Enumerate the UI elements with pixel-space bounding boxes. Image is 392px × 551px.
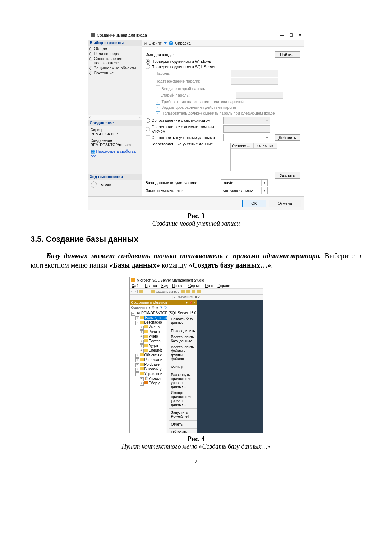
expand-icon[interactable]: + <box>140 326 144 330</box>
remove-button[interactable]: Удалить <box>275 172 300 179</box>
ctx-filter[interactable]: Фильтр <box>167 364 197 370</box>
expand-icon[interactable]: + <box>135 316 139 320</box>
default-lang-dropdown[interactable]: <по умолчанию>▾ <box>221 187 268 194</box>
menu-window[interactable]: Окно <box>205 284 213 288</box>
ctx-restore-files[interactable]: Восстановить файлы и группы файлов... <box>167 344 197 362</box>
security-node[interactable]: Безопасно <box>144 320 162 324</box>
menu-service[interactable]: Сервис <box>188 284 200 288</box>
ctx-refresh[interactable]: Обновить <box>167 429 197 433</box>
expand-icon[interactable]: + <box>135 368 139 372</box>
script-dropdown-icon[interactable] <box>164 42 167 44</box>
menu-file[interactable]: Файл <box>132 284 141 288</box>
datacol-node[interactable]: Сбор д <box>149 381 161 385</box>
expand-icon[interactable]: + <box>140 330 144 334</box>
expand-icon[interactable]: + <box>135 363 139 367</box>
ctx-restore-db[interactable]: Восстановить базу данных... <box>167 334 197 344</box>
nav-scrollbar[interactable]: <> <box>88 115 142 120</box>
credentials-node[interactable]: Учетн <box>149 334 158 338</box>
nav-general[interactable]: Общие <box>88 46 142 51</box>
databases-node[interactable]: Базы данных <box>144 316 168 320</box>
expand-icon[interactable]: + <box>140 382 144 386</box>
always-on-node[interactable]: Высокий у <box>144 367 162 371</box>
expand-icon[interactable]: + <box>135 354 139 358</box>
pin-icon[interactable]: 📌 <box>189 301 193 304</box>
folder-icon <box>140 372 144 375</box>
menu-project[interactable]: Проект <box>172 284 184 288</box>
cancel-button[interactable]: Отмена <box>269 200 301 207</box>
server-objects-node[interactable]: Объекты с <box>144 353 162 357</box>
collapse-icon[interactable]: − <box>131 312 135 316</box>
toolbar-icon[interactable] <box>197 290 201 293</box>
help-icon[interactable]: ? <box>169 41 173 45</box>
toolbar-icon[interactable] <box>186 290 190 293</box>
filter-icon[interactable]: ▼ <box>160 306 163 309</box>
ctx-start-powershell[interactable]: Запустить PowerShell <box>167 409 197 420</box>
management-node[interactable]: Управлени <box>144 372 162 376</box>
providers-node[interactable]: Постав <box>149 339 161 343</box>
cert-map-radio[interactable] <box>146 118 150 123</box>
auth-sql-radio[interactable] <box>146 64 150 69</box>
logins-node[interactable]: Имена <box>149 325 160 329</box>
connection-block: Сервер: REM-DESKTOP Соединение: REM-DESK… <box>88 126 142 159</box>
view-connection-props-link[interactable]: Просмотреть свойства сое <box>91 149 136 158</box>
folder-icon <box>140 316 144 319</box>
find-button[interactable]: Найти... <box>275 51 300 58</box>
replication-node[interactable]: Репликаци <box>144 358 162 362</box>
expand-icon[interactable]: + <box>140 349 144 353</box>
execute-button[interactable]: Выполнить <box>177 295 193 299</box>
ctx-attach[interactable]: Присоединить... <box>167 328 197 334</box>
asym-map-radio[interactable] <box>146 127 150 131</box>
maximize-button[interactable]: ☐ <box>289 33 293 38</box>
specs-node[interactable]: Специф <box>149 348 162 352</box>
new-query-button[interactable]: Создать запрос <box>156 290 179 293</box>
default-db-dropdown[interactable]: master▾ <box>221 179 268 186</box>
login-name-input[interactable] <box>221 51 268 58</box>
cred-dropdown[interactable]: ▾ <box>223 134 270 141</box>
close-button[interactable]: ✕ <box>298 33 302 38</box>
ctx-deploy-dt[interactable]: Развернуть приложение уровня данных... <box>167 372 197 390</box>
nav-status[interactable]: Состояние <box>88 70 142 75</box>
chevron-down-icon[interactable]: ▾ <box>261 187 267 194</box>
nav-securables[interactable]: Защищаемые объекты <box>88 65 142 70</box>
menu-edit[interactable]: Правка <box>145 284 157 288</box>
ctx-import-dt[interactable]: Импорт приложения уровня данных... <box>167 390 197 408</box>
toolbar-icon[interactable] <box>139 290 143 293</box>
expand-icon[interactable]: + <box>140 344 144 348</box>
server-node[interactable]: REM-DESKTOP (SQL Server 15.0 <box>141 311 196 315</box>
expand-icon[interactable]: + <box>140 335 144 339</box>
expand-icon[interactable]: + <box>140 340 144 344</box>
menu-help[interactable]: Справка <box>217 284 231 288</box>
script-button[interactable]: Скрипт <box>149 41 162 45</box>
dropdown-icon[interactable]: ▾ <box>186 301 188 304</box>
polybase-node[interactable]: PolyBase <box>144 362 160 366</box>
policies-node[interactable]: Управл <box>149 376 161 380</box>
auth-windows-radio[interactable] <box>146 59 150 64</box>
ctx-new-database[interactable]: Создать базу данных... <box>167 316 197 326</box>
add-button[interactable]: Добавить <box>275 134 300 141</box>
expand-icon[interactable]: + <box>140 377 144 381</box>
help-label[interactable]: Справка <box>175 41 191 45</box>
credentials-table: Учетные ...Поставщик <box>230 143 277 171</box>
nav-user-mapping[interactable]: Сопоставление пользователе <box>88 56 142 65</box>
menu-view[interactable]: Вид <box>161 284 168 288</box>
chevron-down-icon: ▾ <box>264 117 270 124</box>
toolbar-icon[interactable]: ■ <box>156 306 158 309</box>
close-icon[interactable]: × <box>194 301 196 304</box>
connect-button[interactable]: Соединить <box>131 306 147 309</box>
ctx-reports[interactable]: Отчеты <box>167 421 197 427</box>
chevron-down-icon[interactable]: ▾ <box>261 180 267 186</box>
expand-icon[interactable]: + <box>135 358 139 362</box>
new-query-icon[interactable] <box>151 290 155 293</box>
toolbar-icon[interactable]: ⟳ <box>152 306 155 309</box>
collapse-icon[interactable]: − <box>135 372 139 376</box>
refresh-icon[interactable]: ↻ <box>164 306 167 309</box>
toolbar-icon[interactable] <box>192 290 195 293</box>
collapse-icon[interactable]: − <box>135 321 139 325</box>
audits-node[interactable]: Аудит <box>149 344 158 348</box>
chevron-down-icon[interactable]: ▾ <box>264 134 270 141</box>
server-roles-node[interactable]: Роли с <box>149 330 160 334</box>
nav-server-roles[interactable]: Роли сервера <box>88 51 142 56</box>
toolbar-icon[interactable] <box>181 290 185 293</box>
minimize-button[interactable]: — <box>280 33 284 38</box>
ok-button[interactable]: OK <box>242 200 266 207</box>
